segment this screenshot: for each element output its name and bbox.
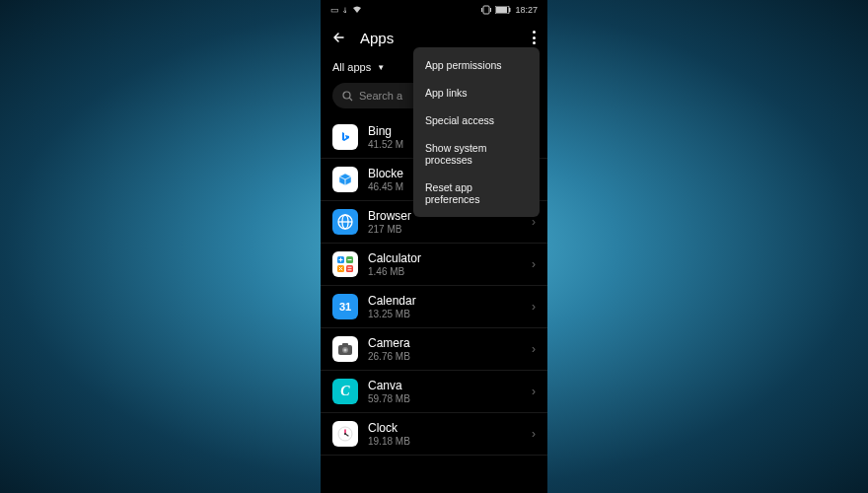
app-name: Camera xyxy=(368,336,532,350)
app-row-clock[interactable]: Clock 19.18 MB › xyxy=(321,413,547,456)
svg-rect-16 xyxy=(342,343,348,346)
chevron-right-icon: › xyxy=(532,427,536,441)
phone-screen: ▭ ⫰ 18:27 Apps All xyxy=(321,0,547,493)
app-row-calculator[interactable]: Calculator 1.46 MB › xyxy=(321,244,547,286)
menu-item-show-system-processes[interactable]: Show system processes xyxy=(413,134,540,174)
svg-point-18 xyxy=(344,349,347,352)
wifi-icon xyxy=(352,6,362,14)
app-size: 13.25 MB xyxy=(368,309,532,319)
search-icon xyxy=(342,91,353,102)
app-size: 59.78 MB xyxy=(368,393,532,404)
app-size: 19.18 MB xyxy=(368,436,532,447)
app-name: Canva xyxy=(368,379,532,392)
calendar-day-number: 31 xyxy=(339,301,351,313)
more-options-button[interactable] xyxy=(533,31,536,44)
svg-rect-4 xyxy=(496,7,507,13)
app-size: 217 MB xyxy=(368,224,532,235)
app-name: Calendar xyxy=(368,294,532,308)
chevron-right-icon: › xyxy=(532,385,536,398)
app-icon-browser xyxy=(332,209,358,235)
svg-point-6 xyxy=(343,92,350,99)
hd-icon: ▭ xyxy=(330,5,339,15)
app-icon-canva: C xyxy=(332,379,358,404)
kebab-dot xyxy=(533,36,536,39)
chevron-right-icon: › xyxy=(532,215,536,229)
canva-letter: C xyxy=(340,384,349,399)
menu-item-reset-app-preferences[interactable]: Reset app preferences xyxy=(413,174,540,213)
app-size: 26.76 MB xyxy=(368,351,532,362)
vibrate-icon xyxy=(481,5,491,15)
menu-item-app-links[interactable]: App links xyxy=(413,79,540,106)
chevron-right-icon: › xyxy=(532,257,536,271)
battery-icon xyxy=(495,6,511,14)
search-placeholder: Search a xyxy=(359,90,402,102)
app-name: Clock xyxy=(368,421,532,435)
kebab-dot xyxy=(533,31,536,34)
svg-point-22 xyxy=(344,433,346,435)
app-icon-clock xyxy=(332,421,358,447)
svg-rect-14 xyxy=(346,265,353,272)
svg-rect-5 xyxy=(509,8,511,12)
app-row-camera[interactable]: Camera 26.76 MB › xyxy=(321,328,547,371)
app-icon-blocked xyxy=(332,167,358,192)
status-bar: ▭ ⫰ 18:27 xyxy=(321,0,547,20)
app-row-canva[interactable]: C Canva 59.78 MB › xyxy=(321,371,547,413)
menu-item-special-access[interactable]: Special access xyxy=(413,106,540,134)
svg-rect-0 xyxy=(483,6,489,14)
chevron-right-icon: › xyxy=(532,300,536,314)
app-size: 1.46 MB xyxy=(368,266,532,277)
page-title: Apps xyxy=(360,30,394,46)
app-icon-calculator xyxy=(332,251,358,277)
status-time: 18:27 xyxy=(515,5,538,15)
menu-item-app-permissions[interactable]: App permissions xyxy=(413,51,540,79)
back-button[interactable] xyxy=(330,29,348,46)
overflow-menu: App permissions App links Special access… xyxy=(413,47,540,217)
svg-line-7 xyxy=(349,98,352,101)
filter-label: All apps xyxy=(332,61,371,73)
chevron-right-icon: › xyxy=(532,342,536,356)
kebab-dot xyxy=(533,41,536,44)
app-row-calendar[interactable]: 31 Calendar 13.25 MB › xyxy=(321,286,547,328)
signal-icon: ⫰ xyxy=(343,5,348,15)
back-arrow-icon xyxy=(331,30,347,45)
caret-down-icon: ▼ xyxy=(377,63,385,72)
app-icon-camera xyxy=(332,336,358,362)
app-icon-calendar: 31 xyxy=(332,294,358,319)
app-name: Calculator xyxy=(368,251,532,265)
app-icon-bing xyxy=(332,124,358,150)
